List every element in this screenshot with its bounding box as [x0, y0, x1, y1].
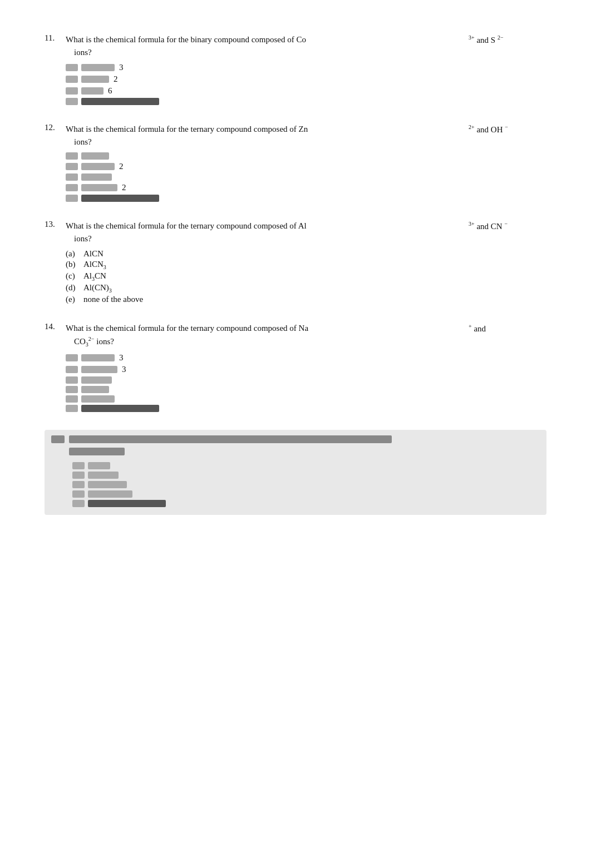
question-13-number: 13.	[45, 220, 66, 229]
question-13-sup1: 3+	[469, 221, 475, 227]
question-14-suffix: + and	[457, 322, 546, 335]
option-13-a[interactable]: (a) AlCN	[66, 249, 546, 259]
option-15-a[interactable]	[72, 462, 540, 469]
option-12-c-text	[81, 173, 112, 181]
question-15-number-blurred	[51, 435, 65, 443]
option-13-c[interactable]: (c) Al3CN	[66, 271, 546, 282]
option-15-c[interactable]	[72, 481, 540, 488]
question-13-line: 13. What is the chemical formula for the…	[45, 220, 546, 245]
option-15-b-letter	[72, 472, 85, 479]
question-11-line: 11. What is the chemical formula for the…	[45, 33, 546, 58]
option-15-c-letter	[72, 481, 85, 488]
option-13-e[interactable]: (e) none of the above	[66, 295, 546, 304]
option-14-d-letter	[66, 386, 78, 393]
question-12-text: What is the chemical formula for the ter…	[66, 123, 457, 148]
option-13-e-letter: (e)	[66, 295, 81, 304]
option-14-f[interactable]	[66, 405, 546, 412]
option-11-a[interactable]: 3	[66, 63, 546, 72]
option-13-c-letter: (c)	[66, 271, 81, 281]
question-15-title-blurred-2	[69, 448, 125, 455]
question-11-sup2: 2−	[498, 34, 504, 41]
option-13-e-value: none of the above	[83, 295, 143, 304]
option-14-a-letter	[66, 354, 78, 361]
question-14-sup: +	[469, 323, 472, 329]
option-12-c-letter	[66, 173, 78, 181]
option-13-c-sub: 3	[92, 276, 95, 282]
option-13-d-sub: 3	[109, 287, 112, 294]
co3-sub: 3	[86, 341, 88, 348]
option-14-f-text	[81, 405, 159, 412]
option-15-a-text	[88, 462, 110, 469]
option-12-d[interactable]: 2	[66, 183, 546, 192]
option-14-e[interactable]	[66, 395, 546, 403]
question-12: 12. What is the chemical formula for the…	[45, 123, 546, 202]
question-12-options: 2 2	[66, 152, 546, 202]
option-14-f-letter	[66, 405, 78, 412]
option-12-c[interactable]	[66, 173, 546, 181]
and-text-14: and	[474, 324, 486, 333]
question-15-title-area	[69, 435, 540, 458]
question-11-text: What is the chemical formula for the bin…	[66, 33, 457, 58]
option-15-b-text	[88, 472, 119, 479]
option-11-c-letter	[66, 87, 78, 95]
option-12-a-text	[81, 152, 109, 160]
option-12-d-letter	[66, 184, 78, 191]
option-11-b[interactable]: 2	[66, 75, 546, 84]
option-12-e-letter	[66, 195, 78, 202]
option-14-b-sub: 3	[122, 365, 126, 374]
option-13-c-value: Al3CN	[83, 271, 106, 282]
option-12-e[interactable]	[66, 195, 546, 202]
question-12-sup1: 2+	[469, 124, 475, 130]
option-14-a[interactable]: 3	[66, 353, 546, 363]
option-14-b-letter	[66, 366, 78, 373]
option-12-b-sub: 2	[119, 162, 124, 171]
question-11-options: 3 2 6	[66, 63, 546, 105]
option-12-d-text	[81, 184, 117, 191]
option-11-d-text	[81, 98, 159, 105]
and-text-11: and	[476, 36, 489, 44]
option-15-a-letter	[72, 462, 85, 469]
option-14-d[interactable]	[66, 386, 546, 393]
co3-sup: 2−	[88, 336, 95, 342]
option-11-c-sub: 6	[108, 86, 112, 96]
option-15-b[interactable]	[72, 472, 540, 479]
question-13-sup2: −	[504, 221, 508, 227]
question-11-suffix: 3+ and S 2−	[457, 33, 546, 47]
option-14-c[interactable]	[66, 376, 546, 384]
option-15-d-letter	[72, 490, 85, 498]
option-11-c[interactable]: 6	[66, 86, 546, 96]
option-13-d[interactable]: (d) Al(CN)3	[66, 283, 546, 294]
option-13-b-value: AlCN3	[83, 260, 106, 270]
question-15-title-blurred	[69, 435, 392, 443]
option-12-b[interactable]: 2	[66, 162, 546, 171]
question-12-line: 12. What is the chemical formula for the…	[45, 123, 546, 148]
option-14-a-sub: 3	[119, 353, 124, 363]
option-14-e-text	[81, 395, 115, 403]
option-11-d[interactable]	[66, 98, 546, 105]
option-13-b-sub: 3	[104, 264, 106, 270]
option-13-a-value: AlCN	[83, 249, 104, 259]
option-15-e-letter	[72, 500, 85, 507]
option-12-d-sub: 2	[122, 183, 126, 192]
option-11-c-text	[81, 87, 104, 95]
question-12-number: 12.	[45, 123, 66, 132]
question-14: 14. What is the chemical formula for the…	[45, 322, 546, 412]
option-15-d-text	[88, 490, 132, 498]
question-15	[45, 430, 546, 515]
question-15-options	[72, 462, 540, 507]
option-15-e[interactable]	[72, 500, 540, 507]
option-12-b-letter	[66, 163, 78, 170]
option-14-e-letter	[66, 395, 78, 403]
option-12-a[interactable]	[66, 152, 546, 160]
option-14-b[interactable]: 3	[66, 365, 546, 374]
question-14-text: What is the chemical formula for the ter…	[66, 322, 457, 349]
option-12-e-text	[81, 195, 159, 202]
question-12-suffix: 2+ and OH −	[457, 123, 546, 136]
question-11-sup1: 3+	[469, 34, 475, 41]
question-11-number: 11.	[45, 33, 66, 43]
option-13-b[interactable]: (b) AlCN3	[66, 260, 546, 270]
question-11: 11. What is the chemical formula for the…	[45, 33, 546, 105]
option-15-d[interactable]	[72, 490, 540, 498]
option-13-a-letter: (a)	[66, 249, 81, 259]
option-15-c-text	[88, 481, 127, 488]
